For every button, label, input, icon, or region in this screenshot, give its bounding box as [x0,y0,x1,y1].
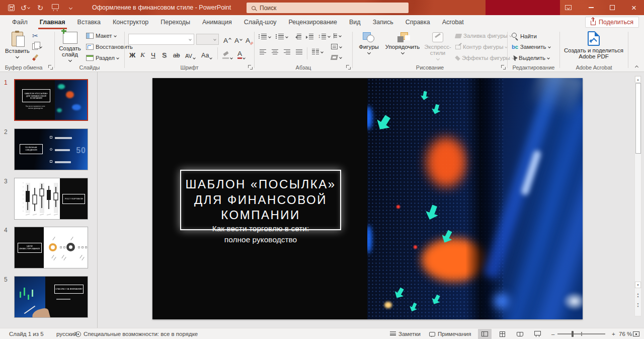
save-button[interactable] [5,0,17,15]
minimize-button[interactable] [583,0,600,15]
zoom-slider-thumb[interactable] [572,331,574,337]
font-color-button[interactable]: А [237,49,245,59]
copy-button[interactable] [32,43,42,50]
zoom-slider[interactable] [557,328,605,339]
slide-counter[interactable]: Слайд 1 из 5 [9,328,44,339]
underline-button[interactable]: Ч [151,49,155,59]
zoom-level[interactable]: 76 % [619,328,632,339]
scroll-down-button[interactable]: ▼ [635,282,641,288]
slide-thumbnail-1[interactable]: ШАБЛОН «ПОСЫЛКА» ДЛЯ ФИНАНСОВОЙ КОМПАНИИ… [14,79,88,121]
fit-slide-button[interactable] [633,328,639,339]
slide-thumbnail-4[interactable]: ЦЕЛИ ИНВЕСТИРОВАНИЯ [14,227,88,268]
justify-button[interactable] [296,49,302,54]
tab-insert[interactable]: Вставка [71,15,107,29]
zoom-in-button[interactable]: + [612,328,615,339]
slide-subtitle-placeholder[interactable]: Как вести торговлю в сети: полное руково… [180,223,341,246]
tab-slideshow[interactable]: Слайд-шоу [238,15,283,29]
drawing-dialog-launcher[interactable] [501,64,506,70]
shapes-button[interactable]: Фигуры [356,32,382,54]
character-spacing-button[interactable]: AV [185,49,195,59]
columns-button[interactable] [312,49,323,54]
close-button[interactable]: × [625,0,642,15]
text-shadow-button[interactable]: S [162,49,167,59]
find-button[interactable]: Найти [512,33,537,39]
collapse-ribbon-button[interactable] [635,65,638,69]
highlight-color-button[interactable] [222,49,232,59]
shape-outline-button[interactable]: Контур фигуры [455,44,507,50]
clipboard-dialog-launcher[interactable] [48,64,53,70]
tab-transitions[interactable]: Переходы [154,15,196,29]
tab-acrobat[interactable]: Acrobat [436,15,470,29]
shrink-font-button[interactable]: А [234,34,242,44]
font-name-combo[interactable] [128,34,194,45]
slide-canvas[interactable]: ШАБЛОН «ПОСЫЛКА» ДЛЯ ФИНАНСОВОЙ КОМПАНИИ… [152,78,583,319]
replace-button[interactable]: bcЗаменить [512,44,550,50]
clear-formatting-button[interactable]: А [246,34,253,44]
customize-qat-button[interactable] [64,0,76,15]
layout-button[interactable]: Макет [86,33,116,39]
tab-record[interactable]: Запись [367,15,399,29]
maximize-button[interactable] [604,0,621,15]
tab-file[interactable]: Файл [6,15,34,29]
tab-review[interactable]: Рецензирование [282,15,343,29]
grow-font-button[interactable]: А [223,34,231,44]
slide-thumbnail-3[interactable]: РОСТ ПОРТФЕЛЯ [14,178,88,220]
strikethrough-button[interactable]: ab [173,49,180,59]
align-left-button[interactable] [260,49,266,54]
tab-design[interactable]: Конструктор [107,15,154,29]
tab-view[interactable]: Вид [343,15,367,29]
slide-photo[interactable] [367,78,583,319]
account-area[interactable] [486,0,560,15]
comments-toggle[interactable]: Примечания [429,328,471,339]
accessibility-checker[interactable]: Специальные возможности: все в порядке [75,328,198,339]
previous-slide-button[interactable]: ▲▲ [635,292,641,299]
search-input[interactable] [260,5,385,12]
slide-title-placeholder[interactable]: ШАБЛОН «ПОСЫЛКА» ДЛЯ ФИНАНСОВОЙ КОМПАНИИ [180,170,341,230]
cut-button[interactable]: ✂ [32,32,38,39]
text-direction-button[interactable] [331,33,341,39]
search-box[interactable] [247,3,409,13]
increase-indent-button[interactable] [306,34,313,39]
language-indicator[interactable]: русский [56,328,77,339]
notes-toggle[interactable]: Заметки [390,328,421,339]
undo-button[interactable]: ↺ [19,0,31,15]
share-button[interactable]: Поделиться [585,17,639,28]
italic-button[interactable]: К [140,49,145,59]
tab-animations[interactable]: Анимация [196,15,238,29]
thumbnail-panel-divider[interactable] [97,72,98,328]
change-case-button[interactable]: Аа [201,49,212,59]
font-size-combo[interactable] [196,34,219,45]
zoom-out-button[interactable]: – [551,328,554,339]
vertical-scrollbar[interactable]: ▲ ▼ ▲▲ ▼▼ [634,76,641,316]
normal-view-button[interactable] [478,329,492,339]
new-slide-button[interactable]: Создать слайд [57,32,83,61]
scroll-up-button[interactable]: ▲ [635,76,641,83]
bold-button[interactable]: Ж [129,49,135,59]
numbering-button[interactable] [276,34,288,39]
scrollbar-thumb[interactable] [635,83,641,154]
shape-effects-button[interactable]: Эффекты фигуры [455,55,514,61]
quick-styles-button[interactable]: Экспресс-стили [423,32,452,60]
paragraph-dialog-launcher[interactable] [346,64,351,70]
font-dialog-launcher[interactable] [248,64,253,70]
redo-button[interactable]: ↻ [34,0,46,15]
tab-help[interactable]: Справка [399,15,436,29]
slide-thumbnail-5[interactable]: СПАСИБО ЗА ВНИМАНИЕ! [14,276,88,318]
align-center-button[interactable] [272,49,278,54]
ribbon-display-options-button[interactable] [559,0,577,15]
format-painter-button[interactable] [32,54,39,61]
line-spacing-button[interactable] [318,33,330,39]
slide-thumbnail-2[interactable]: 50 ПОЛЕЗНЫЕ СВЕДЕНИЯ [14,128,88,170]
next-slide-button[interactable]: ▼▼ [635,302,641,309]
start-slideshow-button[interactable] [49,0,61,15]
tab-home[interactable]: Главная [34,15,71,29]
align-text-button[interactable] [331,44,342,49]
select-button[interactable]: Выделить [512,55,549,61]
slideshow-view-button[interactable] [531,329,544,339]
create-pdf-button[interactable]: Создать и поделиться Adobe PDF [563,31,624,59]
convert-smartart-button[interactable] [331,55,342,60]
reading-view-button[interactable] [513,329,527,339]
shape-fill-button[interactable]: Заливка фигуры [455,33,512,39]
decrease-indent-button[interactable] [294,34,301,39]
arrange-button[interactable]: Упорядочить [383,32,422,54]
